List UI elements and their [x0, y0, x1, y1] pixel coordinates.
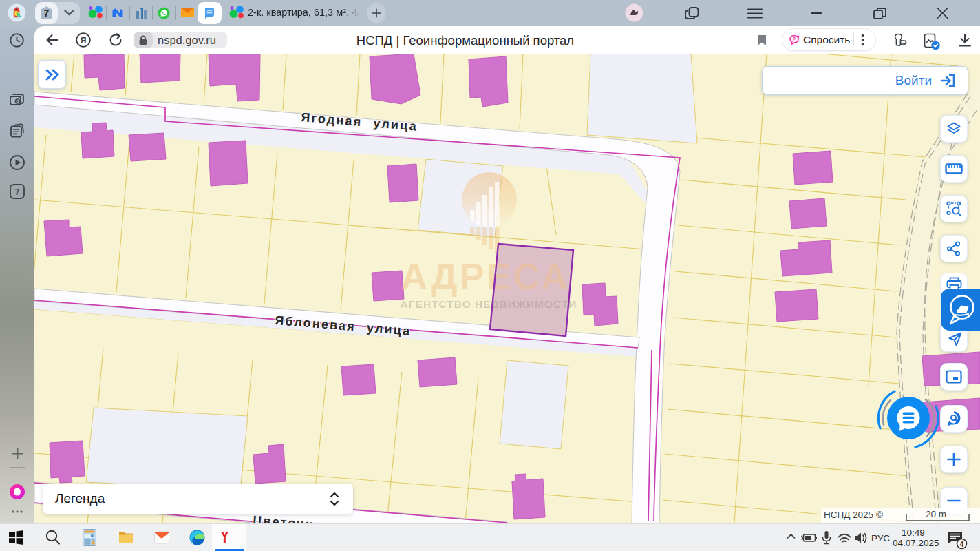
svg-text:?: ?: [792, 36, 796, 43]
svg-text:Я: Я: [81, 36, 87, 45]
svg-text:АГЕНТСТВО НЕДВИЖИМОСТИ: АГЕНТСТВО НЕДВИЖИМОСТИ: [401, 298, 577, 310]
svg-text:7: 7: [44, 8, 50, 19]
svg-text:4: 4: [960, 541, 964, 548]
svg-text:АДРЕСА: АДРЕСА: [401, 256, 570, 297]
svg-text:7: 7: [14, 187, 19, 197]
